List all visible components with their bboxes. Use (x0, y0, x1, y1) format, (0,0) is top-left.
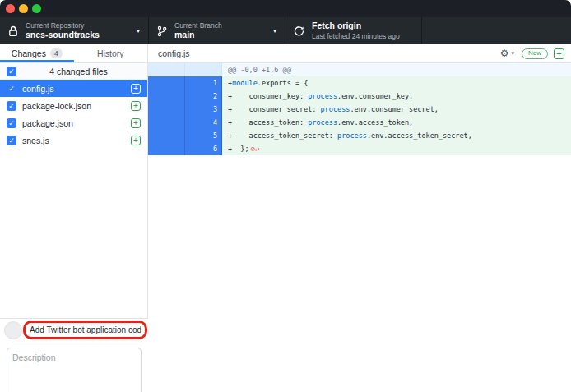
diff-line[interactable]: 2 + consumer_key: process.env.consumer_k… (148, 90, 571, 103)
added-file-icon: + (131, 101, 141, 111)
file-checkbox[interactable]: ✓ (7, 136, 16, 145)
code-line: + consumer_key: process.env.consumer_key… (222, 90, 415, 103)
new-line-number-gutter: 4 (185, 116, 222, 129)
hunk-header-text: @@ -0,0 +1,6 @@ (222, 63, 291, 76)
no-newline-icon: ⊘↵ (251, 145, 260, 153)
file-row-package-lock-json[interactable]: ✓ package-lock.json + (0, 97, 147, 114)
tab-history-label: History (97, 48, 124, 58)
code-text: consumer_key: (232, 92, 308, 100)
code-text: .env.access_token_secret, (367, 131, 472, 140)
old-line-number-gutter (148, 142, 185, 155)
added-file-icon: + (131, 84, 141, 94)
code-keyword: module (232, 79, 258, 87)
diff-header: config.js ⚙ ▾ New + (148, 44, 571, 63)
file-name: snes.js (22, 136, 125, 145)
code-line: + access_token: process.env.access_token… (222, 116, 415, 129)
avatar (4, 321, 22, 339)
files-header: ✓ 4 changed files (0, 63, 147, 80)
diff-options-button[interactable]: ⚙ ▾ (500, 48, 514, 58)
hunk-header-row: @@ -0,0 +1,6 @@ (148, 63, 571, 76)
added-file-icon: + (554, 48, 564, 59)
file-checkbox[interactable]: ✓ (7, 84, 16, 94)
code-text: .exports = { (258, 79, 308, 87)
code-line: + consumer_secret: process.env.consumer_… (222, 103, 440, 116)
new-line-number-gutter: 5 (185, 129, 222, 142)
new-line-number-gutter: 2 (185, 90, 222, 103)
lock-icon (8, 25, 18, 37)
traffic-lights (6, 4, 41, 13)
github-desktop-window: { "toolbar": { "repository": { "label": … (0, 0, 571, 392)
commit-panel: Commit to main (0, 318, 148, 392)
description-box (7, 348, 142, 392)
toolbar-spacer (422, 17, 571, 44)
files-header-label: 4 changed files (16, 67, 141, 76)
file-name: package-lock.json (22, 101, 125, 111)
sync-icon (294, 25, 304, 36)
code-keyword: process (321, 105, 350, 113)
commit-summary-input[interactable] (26, 325, 145, 334)
git-branch-icon (157, 25, 167, 37)
file-checkbox[interactable]: ✓ (7, 101, 16, 111)
diff-line[interactable]: 5 + access_token_secret: process.env.acc… (148, 129, 571, 142)
repository-selector[interactable]: Current Repository snes-soundtracks ▾ (0, 17, 149, 44)
old-line-number-gutter (148, 90, 185, 103)
code-text: .env.consumer_key, (337, 92, 413, 100)
tab-changes[interactable]: Changes 4 (0, 44, 74, 62)
branch-label: Current Branch (174, 21, 268, 30)
diff-line[interactable]: 1 +module.exports = { (148, 76, 571, 90)
added-file-icon: + (131, 136, 141, 145)
file-row-snes-js[interactable]: ✓ snes.js + (0, 131, 147, 149)
branch-value: main (174, 30, 268, 40)
file-name: config.js (22, 84, 125, 94)
code-line: + access_token_secret: process.env.acces… (222, 129, 474, 142)
changes-count-badge: 4 (50, 48, 63, 58)
code-line: + };⊘↵ (222, 142, 259, 155)
new-line-number-gutter: 3 (185, 103, 222, 116)
branch-text: Current Branch main (174, 21, 268, 40)
code-text: consumer_secret: (232, 105, 320, 113)
added-file-icon: + (131, 118, 141, 128)
diff-line[interactable]: 3 + consumer_secret: process.env.consume… (148, 103, 571, 116)
close-button[interactable] (6, 4, 15, 13)
minimize-button[interactable] (19, 4, 28, 13)
repository-label: Current Repository (26, 21, 132, 30)
new-line-number-gutter: 1 (185, 76, 222, 90)
diff-file-name: config.js (158, 48, 500, 58)
tab-history[interactable]: History (74, 44, 148, 62)
repository-text: Current Repository snes-soundtracks (26, 21, 132, 40)
gear-icon: ⚙ (500, 48, 509, 58)
old-line-number-gutter (148, 76, 185, 90)
new-file-badge: New (522, 48, 548, 59)
fetch-text: Fetch origin Last fetched 24 minutes ago (312, 21, 413, 40)
file-checkbox[interactable]: ✓ (7, 118, 16, 128)
file-row-package-json[interactable]: ✓ package.json + (0, 114, 147, 131)
branch-selector[interactable]: Current Branch main ▾ (149, 17, 286, 44)
diff-line[interactable]: 4 + access_token: process.env.access_tok… (148, 116, 571, 129)
code-text: .env.access_token, (337, 118, 413, 127)
chevron-down-icon: ▾ (137, 27, 140, 35)
file-row-config-js[interactable]: ✓ config.js + (0, 80, 147, 97)
commit-description-input[interactable] (7, 348, 141, 390)
code-text: .env.consumer_secret, (350, 105, 438, 113)
diff-line[interactable]: 6 + };⊘↵ (148, 142, 571, 155)
old-line-number-gutter (148, 116, 185, 129)
summary-annotation-highlight (23, 321, 147, 339)
fetch-origin-button[interactable]: Fetch origin Last fetched 24 minutes ago (286, 17, 422, 44)
new-line-number-gutter: 6 (185, 142, 222, 155)
select-all-checkbox[interactable]: ✓ (7, 67, 16, 76)
tab-changes-label: Changes (12, 48, 46, 58)
chevron-down-icon: ▾ (511, 50, 514, 57)
code-keyword: process (308, 92, 337, 100)
toolbar: Current Repository snes-soundtracks ▾ Cu… (0, 17, 571, 44)
code-text: }; (232, 145, 248, 153)
repository-value: snes-soundtracks (26, 30, 132, 40)
code-keyword: process (337, 131, 367, 140)
code-text: access_token_secret: (232, 131, 337, 140)
fetch-label: Fetch origin (312, 21, 413, 31)
code-line: +module.exports = { (222, 76, 309, 90)
titlebar (0, 0, 571, 17)
old-line-number-gutter (148, 103, 185, 116)
zoom-button[interactable] (32, 4, 41, 13)
fetch-sublabel: Last fetched 24 minutes ago (312, 32, 413, 41)
chevron-down-icon: ▾ (273, 27, 276, 35)
